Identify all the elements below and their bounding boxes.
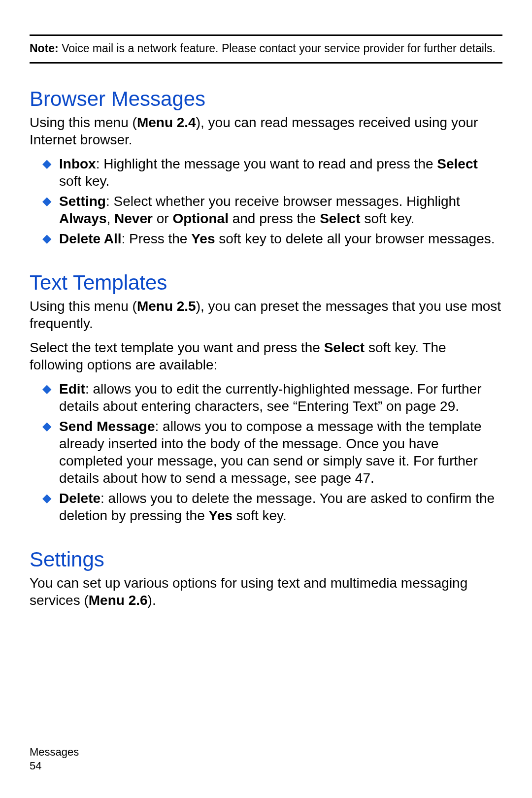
item-label: Edit	[59, 381, 85, 397]
note-box: Note: Voice mail is a network feature. P…	[30, 34, 502, 64]
text-fragment: soft key to delete all your browser mess…	[215, 231, 495, 246]
heading-browser-messages: Browser Messages	[30, 87, 502, 111]
page: Note: Voice mail is a network feature. P…	[0, 0, 532, 798]
browser-messages-intro: Using this menu (Menu 2.4), you can read…	[30, 114, 502, 148]
item-label: Setting	[59, 194, 106, 209]
text-fragment: : Highlight the message you want to read…	[96, 156, 437, 171]
text-fragment: Never	[114, 211, 153, 226]
text-fragment: Always	[59, 211, 107, 226]
text-fragment: soft key.	[233, 508, 287, 523]
page-footer: Messages 54	[30, 745, 79, 773]
footer-section-name: Messages	[30, 745, 79, 760]
list-item: Edit: allows you to edit the currently-h…	[42, 380, 502, 415]
text-fragment: Yes	[191, 231, 215, 246]
item-label: Send Message	[59, 419, 155, 434]
text-fragment: Menu 2.4	[137, 115, 196, 130]
item-label: Delete	[59, 491, 100, 506]
list-item: Inbox: Highlight the message you want to…	[42, 155, 502, 190]
text-fragment: and press the	[229, 211, 320, 226]
heading-settings: Settings	[30, 548, 502, 571]
text-fragment: Select	[320, 211, 361, 226]
text-fragment: Yes	[209, 508, 233, 523]
text-templates-intro-2: Select the text template you want and pr…	[30, 339, 502, 373]
list-item: Send Message: allows you to compose a me…	[42, 418, 502, 487]
text-fragment: Using this menu (	[30, 299, 137, 314]
text-fragment: Menu 2.5	[137, 299, 196, 314]
text-fragment: Optional	[172, 211, 229, 226]
text-fragment: soft key.	[361, 211, 415, 226]
item-label: Inbox	[59, 156, 96, 171]
list-item: Delete All: Press the Yes soft key to de…	[42, 230, 502, 247]
text-fragment: ,	[107, 211, 115, 226]
text-fragment: ).	[148, 593, 156, 608]
text-fragment: Menu 2.6	[89, 593, 148, 608]
text-fragment: : Press the	[122, 231, 192, 246]
browser-messages-list: Inbox: Highlight the message you want to…	[30, 155, 502, 247]
text-fragment: soft key.	[59, 173, 109, 189]
settings-intro: You can set up various options for using…	[30, 574, 502, 609]
text-fragment: or	[153, 211, 172, 226]
text-fragment: Select the text template you want and pr…	[30, 340, 324, 355]
text-fragment: Using this menu (	[30, 115, 137, 130]
text-templates-intro-1: Using this menu (Menu 2.5), you can pres…	[30, 298, 502, 332]
footer-page-number: 54	[30, 759, 79, 773]
item-label: Delete All	[59, 231, 122, 246]
text-fragment: : allows you to edit the currently-highl…	[59, 381, 482, 414]
heading-text-templates: Text Templates	[30, 271, 502, 295]
text-fragment: : Select whether you receive browser mes…	[106, 194, 460, 209]
text-fragment: Select	[324, 340, 365, 355]
note-label: Note:	[30, 42, 59, 55]
note-text: Voice mail is a network feature. Please …	[59, 42, 496, 55]
list-item: Setting: Select whether you receive brow…	[42, 193, 502, 227]
list-item: Delete: allows you to delete the message…	[42, 490, 502, 524]
text-templates-list: Edit: allows you to edit the currently-h…	[30, 380, 502, 524]
text-fragment: Select	[437, 156, 478, 171]
